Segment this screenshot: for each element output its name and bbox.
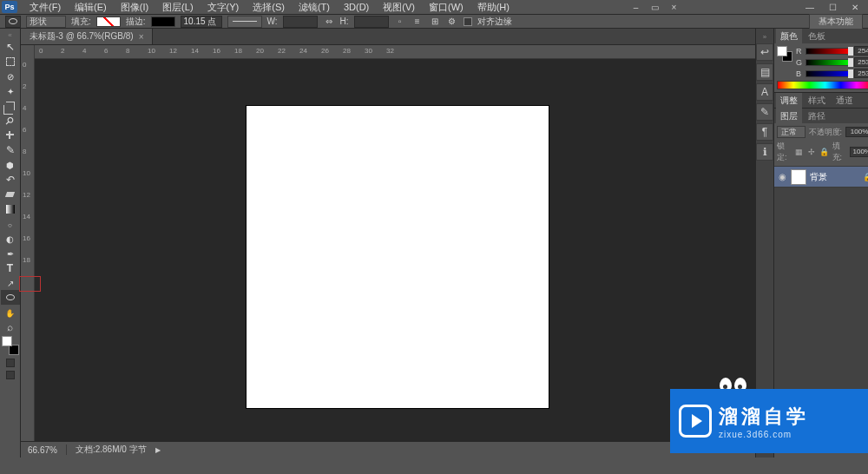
menu-3d[interactable]: 3D(D): [337, 1, 376, 13]
tab-adjust[interactable]: 调整: [776, 93, 802, 109]
close-button[interactable]: ✕: [844, 1, 866, 13]
tab-swatches[interactable]: 色板: [804, 29, 830, 44]
brushes-panel-icon[interactable]: ✎: [756, 103, 773, 121]
screenmode-toggle[interactable]: [6, 371, 15, 379]
crop-tool[interactable]: [1, 98, 20, 113]
path-align-button[interactable]: ≡: [411, 16, 424, 28]
eyedropper-tool[interactable]: [1, 113, 20, 128]
dodge-tool[interactable]: [1, 231, 20, 246]
stamp-tool[interactable]: [1, 157, 20, 172]
doc-info-arrow-icon[interactable]: ▶: [155, 446, 161, 454]
brush-tool[interactable]: [1, 142, 20, 157]
color-chips[interactable]: [2, 336, 19, 355]
menu-image[interactable]: 图像(I): [114, 0, 155, 15]
menu-layer[interactable]: 图层(L): [155, 0, 200, 15]
opacity-input[interactable]: 100%: [845, 127, 868, 137]
type-tool[interactable]: [1, 260, 20, 275]
fill-swatch[interactable]: [96, 16, 121, 27]
tab-paths[interactable]: 路径: [804, 109, 830, 124]
lock-all-icon[interactable]: 🔒: [819, 147, 829, 157]
tab-color[interactable]: 颜色: [776, 29, 802, 44]
b-value[interactable]: 253: [854, 69, 868, 78]
heal-tool[interactable]: [1, 128, 20, 142]
stroke-swatch[interactable]: [151, 16, 175, 27]
r-slider[interactable]: [806, 48, 852, 55]
ruler-vertical[interactable]: 024681012141618: [21, 45, 35, 441]
g-slider[interactable]: [806, 59, 852, 66]
doc-restore-button[interactable]: ▭: [648, 1, 661, 13]
canvas-viewport[interactable]: [35, 59, 755, 441]
doc-close-button[interactable]: ×: [667, 1, 681, 13]
move-tool[interactable]: [1, 39, 20, 54]
stroke-width-input[interactable]: 10.15 点: [181, 16, 222, 28]
lasso-tool[interactable]: [1, 69, 20, 83]
layer-thumbnail[interactable]: [791, 169, 806, 185]
doc-min-button[interactable]: –: [628, 1, 642, 13]
strip-collapse-icon[interactable]: »: [756, 32, 773, 41]
align-edges-checkbox[interactable]: [464, 17, 472, 26]
info-panel-icon[interactable]: ℹ: [756, 143, 773, 161]
pen-tool[interactable]: [1, 246, 20, 260]
menu-type[interactable]: 文字(Y): [201, 0, 247, 15]
path-select-tool[interactable]: [1, 275, 20, 290]
zoom-level[interactable]: 66.67%: [28, 445, 57, 455]
max-button[interactable]: ☐: [821, 1, 844, 13]
tab-close-icon[interactable]: ×: [139, 32, 144, 42]
gradient-tool[interactable]: [1, 201, 20, 216]
r-value[interactable]: 254: [854, 46, 868, 56]
layer-row[interactable]: ◉ 背景 🔒: [774, 167, 868, 188]
document-tab[interactable]: 未标题-3 @ 66.7%(RGB/8) ×: [21, 29, 153, 44]
menu-filter[interactable]: 滤镜(T): [292, 0, 337, 15]
gear-icon[interactable]: ⚙: [446, 16, 458, 28]
hand-tool[interactable]: [1, 305, 20, 319]
zoom-tool[interactable]: [1, 319, 20, 334]
active-tool-icon[interactable]: [5, 16, 21, 28]
layer-name[interactable]: 背景: [810, 171, 859, 183]
width-input[interactable]: [283, 16, 318, 28]
toolbar-collapse-icon[interactable]: «: [0, 30, 20, 39]
path-arrange-button[interactable]: ⊞: [429, 16, 441, 28]
tab-layers[interactable]: 图层: [776, 109, 802, 124]
b-slider[interactable]: [806, 70, 852, 77]
eraser-tool[interactable]: [1, 187, 20, 201]
menu-edit[interactable]: 编辑(E): [68, 0, 114, 15]
path-ops-button[interactable]: ▫: [394, 16, 406, 28]
menu-window[interactable]: 窗口(W): [422, 0, 470, 15]
panel-fg-chip[interactable]: [777, 46, 787, 56]
color-spectrum[interactable]: [777, 81, 868, 89]
menu-file[interactable]: 文件(F): [23, 0, 68, 15]
blend-mode-dropdown[interactable]: 正常: [777, 126, 806, 138]
lock-position-icon[interactable]: ✢: [807, 147, 816, 157]
stroke-style-dropdown[interactable]: [227, 16, 262, 28]
g-value[interactable]: 253: [854, 57, 868, 67]
lock-pixels-icon[interactable]: ▦: [795, 147, 804, 157]
layer-visibility-icon[interactable]: ◉: [777, 172, 787, 182]
paragraph-panel-icon[interactable]: ¶: [756, 123, 773, 141]
tab-styles[interactable]: 样式: [804, 93, 830, 109]
history-brush-tool[interactable]: [1, 172, 20, 187]
history-panel-icon[interactable]: ↩: [756, 43, 773, 61]
canvas[interactable]: [247, 106, 549, 408]
panel-color-chips[interactable]: [777, 46, 792, 62]
r-slider-row: R 254: [796, 46, 868, 56]
fill-opacity-input[interactable]: 100%: [850, 147, 868, 157]
tool-mode-dropdown[interactable]: 形状: [26, 16, 66, 28]
height-input[interactable]: [354, 16, 389, 28]
shape-tool[interactable]: [1, 290, 20, 305]
marquee-tool[interactable]: [1, 54, 20, 69]
properties-panel-icon[interactable]: ▤: [756, 63, 773, 81]
workspace-switcher[interactable]: 基本功能: [809, 14, 863, 30]
menu-help[interactable]: 帮助(H): [470, 0, 516, 15]
fg-color-chip[interactable]: [2, 336, 12, 346]
menu-select[interactable]: 选择(S): [246, 0, 292, 15]
min-button[interactable]: —: [799, 1, 821, 13]
doc-info[interactable]: 文档:2.86M/0 字节: [76, 444, 147, 456]
tab-channels[interactable]: 通道: [832, 93, 858, 109]
character-panel-icon[interactable]: A: [756, 83, 773, 101]
wh-link-icon[interactable]: ⇔: [323, 16, 335, 28]
quickmask-toggle[interactable]: [6, 359, 15, 367]
menu-view[interactable]: 视图(V): [376, 0, 422, 15]
wand-tool[interactable]: [1, 83, 20, 98]
blur-tool[interactable]: [1, 216, 20, 231]
ruler-horizontal[interactable]: 02468101214161820222426283032: [35, 45, 755, 59]
